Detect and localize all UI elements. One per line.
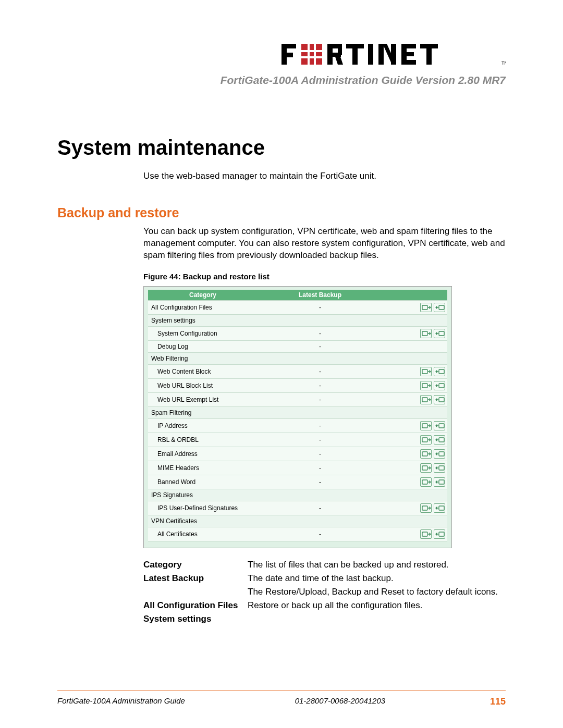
row-label: Web Content Block bbox=[148, 364, 258, 378]
row-latest-backup: - bbox=[258, 461, 383, 475]
row-actions bbox=[383, 300, 447, 314]
row-label: MIME Headers bbox=[148, 461, 258, 475]
table-row: All Configuration Files- bbox=[148, 300, 447, 314]
svg-rect-44 bbox=[439, 466, 444, 470]
svg-rect-35 bbox=[422, 398, 427, 402]
restore-icon[interactable] bbox=[434, 381, 445, 390]
group-label: IPS Signatures bbox=[148, 489, 447, 501]
row-actions bbox=[383, 392, 447, 406]
backup-icon[interactable] bbox=[420, 477, 432, 487]
backup-icon[interactable] bbox=[420, 435, 432, 445]
backup-icon[interactable] bbox=[420, 329, 432, 338]
svg-rect-27 bbox=[422, 305, 427, 310]
row-latest-backup: - bbox=[258, 326, 383, 340]
restore-icon[interactable] bbox=[434, 421, 445, 430]
row-latest-backup: - bbox=[258, 447, 383, 461]
row-actions bbox=[383, 501, 447, 515]
row-label: IPS User-Defined Signatures bbox=[148, 501, 258, 515]
row-label: System Configuration bbox=[148, 326, 258, 340]
svg-rect-23 bbox=[401, 60, 416, 65]
footer-doc-title: FortiGate-100A Administration Guide bbox=[57, 696, 185, 707]
restore-icon[interactable] bbox=[434, 395, 445, 404]
row-label: Banned Word bbox=[148, 475, 258, 489]
row-label: Web URL Block List bbox=[148, 378, 258, 392]
svg-rect-41 bbox=[422, 452, 427, 456]
row-latest-backup: - bbox=[258, 418, 383, 433]
svg-rect-40 bbox=[439, 438, 444, 442]
definition-term: All Configuration Files bbox=[143, 600, 248, 611]
table-row: Email Address- bbox=[148, 447, 447, 461]
svg-rect-32 bbox=[439, 369, 444, 374]
backup-icon[interactable] bbox=[420, 303, 432, 312]
svg-rect-42 bbox=[439, 452, 444, 456]
backup-icon[interactable] bbox=[420, 503, 432, 513]
definition-row: CategoryThe list of files that can be ba… bbox=[143, 560, 506, 570]
backup-icon[interactable] bbox=[420, 381, 432, 390]
row-latest-backup: - bbox=[258, 433, 383, 447]
row-label: All Configuration Files bbox=[148, 300, 258, 314]
svg-rect-8 bbox=[314, 44, 316, 65]
doc-subtitle: FortiGate-100A Administration Guide Vers… bbox=[57, 74, 506, 87]
definition-term: Latest Backup bbox=[143, 573, 248, 584]
svg-rect-38 bbox=[439, 424, 444, 428]
table-row: System Configuration- bbox=[148, 326, 447, 340]
svg-rect-1 bbox=[282, 44, 296, 48]
row-label: Debug Log bbox=[148, 340, 258, 352]
definition-row: Latest BackupThe date and time of the la… bbox=[143, 573, 506, 584]
brand-logo: TM bbox=[57, 42, 506, 69]
table-row: System settings bbox=[148, 314, 447, 326]
backup-icon[interactable] bbox=[420, 421, 432, 430]
restore-icon[interactable] bbox=[434, 367, 445, 376]
restore-icon[interactable] bbox=[434, 529, 445, 539]
table-row: MIME Headers- bbox=[148, 461, 447, 475]
backup-icon[interactable] bbox=[420, 449, 432, 459]
definition-desc: The list of files that can be backed up … bbox=[248, 560, 506, 570]
group-label: Spam Filtering bbox=[148, 406, 447, 418]
definition-row: The Restore/Upload, Backup and Reset to … bbox=[143, 587, 506, 597]
row-actions bbox=[383, 527, 447, 541]
svg-rect-15 bbox=[352, 44, 358, 65]
table-row: IPS Signatures bbox=[148, 489, 447, 501]
restore-icon[interactable] bbox=[434, 329, 445, 338]
svg-rect-17 bbox=[378, 44, 384, 65]
row-label: Email Address bbox=[148, 447, 258, 461]
table-row: Web URL Exempt List- bbox=[148, 392, 447, 406]
backup-icon[interactable] bbox=[420, 529, 432, 539]
figure-caption: Figure 44: Backup and restore list bbox=[143, 272, 506, 281]
row-label: RBL & ORDBL bbox=[148, 433, 258, 447]
backup-restore-table: Category Latest Backup All Configuration… bbox=[143, 286, 452, 548]
restore-icon[interactable] bbox=[434, 503, 445, 513]
row-actions bbox=[383, 475, 447, 489]
definition-desc: The date and time of the last backup. bbox=[248, 573, 506, 584]
row-actions bbox=[383, 326, 447, 340]
svg-rect-2 bbox=[282, 53, 293, 57]
row-label: All Certificates bbox=[148, 527, 258, 541]
restore-icon[interactable] bbox=[434, 449, 445, 459]
svg-rect-22 bbox=[401, 52, 414, 56]
group-label: System settings bbox=[148, 314, 447, 326]
definition-row: All Configuration FilesRestore or back u… bbox=[143, 600, 506, 611]
row-actions bbox=[383, 447, 447, 461]
restore-icon[interactable] bbox=[434, 303, 445, 312]
col-header-category: Category bbox=[148, 290, 258, 301]
col-header-actions bbox=[383, 290, 447, 301]
backup-icon[interactable] bbox=[420, 395, 432, 404]
svg-rect-36 bbox=[439, 398, 444, 402]
svg-rect-48 bbox=[439, 506, 444, 510]
svg-rect-16 bbox=[368, 44, 373, 65]
svg-rect-12 bbox=[338, 44, 342, 55]
backup-icon[interactable] bbox=[420, 463, 432, 473]
row-latest-backup: - bbox=[258, 300, 383, 314]
svg-rect-25 bbox=[426, 44, 432, 65]
svg-rect-46 bbox=[439, 480, 444, 484]
restore-icon[interactable] bbox=[434, 463, 445, 473]
svg-rect-45 bbox=[422, 480, 427, 484]
group-label: Web Filtering bbox=[148, 352, 447, 364]
table-row: Web Filtering bbox=[148, 352, 447, 364]
table-row: VPN Certificates bbox=[148, 515, 447, 527]
table-row: Web Content Block- bbox=[148, 364, 447, 378]
restore-icon[interactable] bbox=[434, 477, 445, 487]
restore-icon[interactable] bbox=[434, 435, 445, 445]
row-latest-backup: - bbox=[258, 501, 383, 515]
backup-icon[interactable] bbox=[420, 367, 432, 376]
